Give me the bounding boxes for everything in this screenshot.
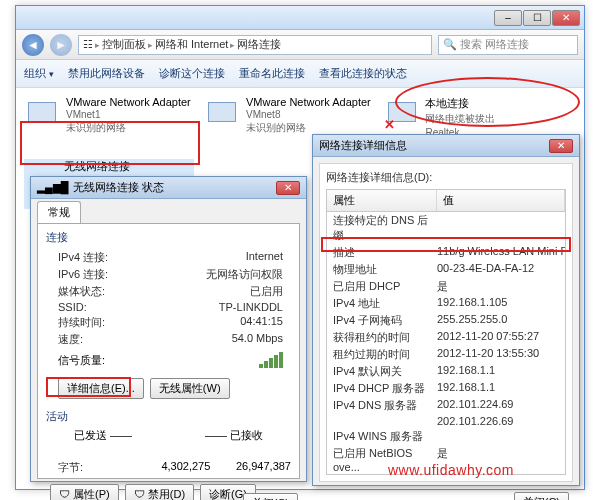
details-header: 属性 值 — [327, 190, 565, 212]
activity-icon — [149, 428, 189, 456]
detail-key: IPv4 子网掩码 — [327, 313, 437, 328]
adapter-name: VMware Network Adapter — [246, 96, 371, 108]
detail-value: 2012-11-20 07:55:27 — [437, 330, 565, 345]
adapter-sub: VMnet8 — [246, 109, 371, 120]
details-table: 属性 值 连接特定的 DNS 后缀描述11b/g Wireless LAN Mi… — [326, 189, 566, 475]
status-row: IPv4 连接:Internet — [46, 249, 291, 266]
properties-button[interactable]: 🛡 属性(P) — [50, 484, 119, 500]
row-key: IPv6 连接: — [58, 267, 158, 282]
detail-value: 255.255.255.0 — [437, 313, 565, 328]
toolbar-rename[interactable]: 重命名此连接 — [239, 66, 305, 81]
forward-button[interactable]: ► — [50, 34, 72, 56]
nav-bar: ◄ ► ☷ ▸ 控制面板 ▸ 网络和 Internet ▸ 网络连接 🔍 搜索 … — [16, 30, 584, 60]
toolbar: 组织 禁用此网络设备 诊断这个连接 重命名此连接 查看此连接的状态 — [16, 60, 584, 88]
detail-key: 获得租约的时间 — [327, 330, 437, 345]
bytes-sent: 4,302,275 — [148, 460, 211, 475]
details-row: IPv4 子网掩码255.255.255.0 — [327, 312, 565, 329]
row-key: SSID: — [58, 301, 158, 313]
breadcrumb-item[interactable]: 网络连接 — [237, 37, 281, 52]
status-close-footer-button[interactable]: 关闭(C) — [243, 493, 298, 500]
detail-key: 描述 — [327, 245, 437, 260]
wifi-bars-icon: ▂▄▆█ — [37, 181, 69, 194]
adapter-name: VMware Network Adapter — [66, 96, 191, 108]
titlebar: – ☐ ✕ — [16, 6, 584, 30]
detail-key: IPv4 DHCP 服务器 — [327, 381, 437, 396]
status-window: ▂▄▆█ 无线网络连接 状态 ✕ 常规 连接 IPv4 连接:InternetI… — [30, 176, 307, 482]
adapter-sub: VMnet1 — [66, 109, 191, 120]
breadcrumb[interactable]: ☷ ▸ 控制面板 ▸ 网络和 Internet ▸ 网络连接 — [78, 35, 432, 55]
row-key: 速度: — [58, 332, 158, 347]
details-row: IPv4 DNS 服务器202.101.224.69 — [327, 397, 565, 414]
details-body: 网络连接详细信息(D): 属性 值 连接特定的 DNS 后缀描述11b/g Wi… — [319, 163, 573, 482]
details-row: 连接特定的 DNS 后缀 — [327, 212, 565, 244]
detail-value — [437, 429, 565, 444]
detail-value: 192.168.1.105 — [437, 296, 565, 311]
close-button[interactable]: ✕ — [552, 10, 580, 26]
row-key: 持续时间: — [58, 315, 158, 330]
details-titlebar: 网络连接详细信息 ✕ — [313, 135, 579, 157]
wireless-props-button[interactable]: 无线属性(W) — [150, 378, 230, 399]
search-icon: 🔍 — [443, 38, 457, 51]
details-row: 物理地址00-23-4E-DA-FA-12 — [327, 261, 565, 278]
adapter-name: 无线网络连接 — [64, 159, 194, 174]
status-row: SSID:TP-LINKDDL — [46, 300, 291, 314]
toolbar-diagnose[interactable]: 诊断这个连接 — [159, 66, 225, 81]
details-button[interactable]: 详细信息(E)... — [58, 378, 144, 399]
toolbar-disable[interactable]: 禁用此网络设备 — [68, 66, 145, 81]
status-close-button[interactable]: ✕ — [276, 181, 300, 195]
status-row: 速度:54.0 Mbps — [46, 331, 291, 348]
col-value[interactable]: 值 — [437, 190, 565, 211]
maximize-button[interactable]: ☐ — [523, 10, 551, 26]
details-row: IPv4 WINS 服务器 — [327, 428, 565, 445]
details-row: 描述11b/g Wireless LAN Mini PCI Ex — [327, 244, 565, 261]
details-label: 网络连接详细信息(D): — [326, 170, 566, 185]
disable-button[interactable]: 🛡 禁用(D) — [125, 484, 194, 500]
details-close-button[interactable]: ✕ — [549, 139, 573, 153]
row-value: Internet — [158, 250, 291, 265]
status-row: 持续时间:04:41:15 — [46, 314, 291, 331]
network-disconnected-icon: ✕ — [384, 96, 419, 132]
detail-key: IPv4 地址 — [327, 296, 437, 311]
detail-value: 202.101.226.69 — [437, 415, 565, 427]
toolbar-status[interactable]: 查看此连接的状态 — [319, 66, 407, 81]
toolbar-organize[interactable]: 组织 — [24, 66, 54, 81]
detail-value: 192.168.1.1 — [437, 381, 565, 396]
minimize-button[interactable]: – — [494, 10, 522, 26]
row-key: 媒体状态: — [58, 284, 158, 299]
bytes-recv: 26,947,387 — [210, 460, 291, 475]
back-button[interactable]: ◄ — [22, 34, 44, 56]
detail-value: 是 — [437, 279, 565, 294]
col-property[interactable]: 属性 — [327, 190, 437, 211]
detail-key: IPv4 默认网关 — [327, 364, 437, 379]
search-input[interactable]: 🔍 搜索 网络连接 — [438, 35, 578, 55]
signal-quality-row: 信号质量: — [46, 348, 291, 372]
sent-label: 已发送 —— — [58, 428, 148, 456]
detail-key: 已启用 DHCP — [327, 279, 437, 294]
detail-key: IPv4 WINS 服务器 — [327, 429, 437, 444]
breadcrumb-item[interactable]: 网络和 Internet — [155, 37, 228, 52]
status-row: IPv6 连接:无网络访问权限 — [46, 266, 291, 283]
signal-label: 信号质量: — [58, 353, 158, 368]
signal-bars-icon — [259, 352, 283, 368]
search-placeholder: 搜索 网络连接 — [460, 37, 529, 52]
details-row: IPv4 地址192.168.1.105 — [327, 295, 565, 312]
tab-general[interactable]: 常规 — [37, 201, 81, 223]
detail-key: 租约过期的时间 — [327, 347, 437, 362]
network-icon — [204, 96, 240, 132]
adapter-vmnet1[interactable]: VMware Network Adapter VMnet1 未识别的网络 — [24, 96, 194, 149]
network-icon — [24, 96, 60, 132]
status-title: 无线网络连接 状态 — [73, 180, 276, 195]
breadcrumb-item[interactable]: 控制面板 — [102, 37, 146, 52]
watermark: www.ufidawhy.com — [388, 462, 514, 478]
details-close-footer-button[interactable]: 关闭(C) — [514, 492, 569, 500]
status-row: 媒体状态:已启用 — [46, 283, 291, 300]
recv-label: —— 已接收 — [189, 428, 279, 456]
row-value: TP-LINKDDL — [158, 301, 291, 313]
adapter-sub: 网络电缆被拔出 — [425, 112, 554, 126]
detail-value: 192.168.1.1 — [437, 364, 565, 379]
connection-label: 连接 — [46, 230, 291, 245]
detail-key — [327, 415, 437, 427]
row-value: 无网络访问权限 — [158, 267, 291, 282]
details-row: 202.101.226.69 — [327, 414, 565, 428]
details-row: 已启用 DHCP是 — [327, 278, 565, 295]
